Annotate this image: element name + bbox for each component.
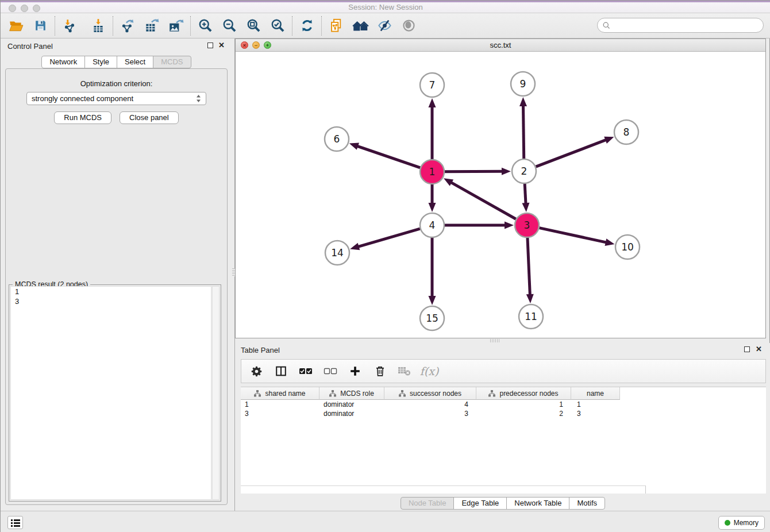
deselect-all-button[interactable]: [324, 364, 337, 378]
new-network-from-selection-button[interactable]: [326, 16, 346, 36]
result-scrollbar[interactable]: [212, 286, 220, 500]
close-panel-button[interactable]: Close panel: [120, 111, 179, 124]
list-icon: [11, 519, 20, 527]
copy-network-icon: [329, 18, 344, 33]
application-window: Session: New Session: [0, 0, 770, 532]
run-mcds-button[interactable]: Run MCDS: [54, 111, 111, 124]
close-panel-icon-button[interactable]: ✕: [218, 41, 225, 49]
table-horizontal-scrollbar[interactable]: [241, 485, 646, 494]
tab-network[interactable]: Network: [41, 56, 85, 68]
zoom-out-button[interactable]: [220, 16, 239, 36]
graph-node-label: 11: [525, 311, 537, 322]
table-panel-title: Table Panel: [241, 346, 280, 354]
houses-icon: [352, 18, 369, 33]
tab-motifs[interactable]: Motifs: [569, 497, 605, 510]
graph-node-label: 10: [621, 241, 634, 253]
table-row[interactable]: 1 dominator 4 1 1: [241, 400, 766, 409]
graph-edge-arrowhead: [604, 137, 614, 144]
column-header-successor-nodes[interactable]: successor nodes: [384, 387, 476, 400]
search-input[interactable]: [613, 20, 763, 31]
search-icon: [602, 21, 611, 30]
column-header-name[interactable]: name: [571, 387, 620, 400]
float-panel-button[interactable]: [744, 346, 750, 352]
save-session-button[interactable]: [30, 16, 50, 36]
graph-edge-3-10[interactable]: [539, 228, 606, 242]
memory-label: Memory: [734, 519, 759, 527]
graph-edge-arrowhead: [429, 296, 436, 305]
zoom-fit-icon: [246, 18, 261, 33]
control-panel-title: Control Panel: [7, 42, 53, 51]
graph-edge-arrowhead: [350, 243, 360, 250]
tab-style[interactable]: Style: [84, 56, 117, 68]
graph-edge-2-9[interactable]: [523, 105, 523, 159]
hide-selected-button[interactable]: [375, 16, 394, 36]
graph-node-label: 9: [520, 78, 526, 90]
zoom-fit-button[interactable]: [244, 16, 263, 36]
optimization-criterion-label: Optimization criterion:: [6, 79, 227, 88]
zoom-selected-button[interactable]: [268, 16, 287, 36]
tab-node-table[interactable]: Node Table: [401, 497, 455, 510]
export-network-button[interactable]: [118, 16, 137, 36]
hierarchy-icon: [399, 390, 406, 397]
column-header-shared-name[interactable]: shared name: [241, 387, 319, 400]
graph-edge-1-6[interactable]: [357, 146, 420, 168]
optimization-select[interactable]: strongly connected component: [26, 92, 206, 105]
delete-table-button[interactable]: [398, 364, 411, 378]
cell-shared-name: 3: [241, 409, 319, 418]
import-table-button[interactable]: [88, 16, 108, 36]
table-panel-tabs: Node Table Edge Table Network Table Moti…: [235, 497, 770, 510]
tab-select[interactable]: Select: [117, 56, 153, 68]
cell-name: 3: [571, 409, 620, 418]
delete-column-button[interactable]: [373, 364, 387, 378]
import-network-button[interactable]: [60, 16, 79, 36]
save-icon: [33, 18, 48, 33]
graph-edge-4-14[interactable]: [358, 229, 420, 247]
memory-button[interactable]: Memory: [718, 516, 765, 530]
export-image-button[interactable]: [166, 16, 186, 36]
tab-network-table[interactable]: Network Table: [506, 497, 569, 510]
graph-edge-2-8[interactable]: [536, 140, 607, 167]
float-panel-button[interactable]: [207, 43, 213, 48]
cell-predecessor-nodes: 2: [476, 409, 571, 418]
tab-mcds[interactable]: MCDS: [153, 56, 191, 68]
plus-icon: [349, 365, 361, 377]
graph-edge-1-2[interactable]: [445, 171, 503, 172]
table-row[interactable]: 3 dominator 3 2 3: [241, 409, 766, 418]
graph-edge-2-3[interactable]: [525, 184, 526, 204]
network-canvas[interactable]: 7968124314101511: [236, 52, 765, 338]
show-all-button[interactable]: [399, 16, 418, 36]
toolbar-separator: [321, 16, 322, 36]
export-table-button[interactable]: [142, 16, 161, 36]
graph-edge-arrowhead: [605, 238, 615, 246]
cell-mcds-role: dominator: [319, 400, 384, 409]
horizontal-splitter-grip[interactable]: [490, 339, 499, 342]
trash-icon: [374, 365, 386, 377]
select-all-button[interactable]: [299, 364, 313, 378]
column-header-mcds-role[interactable]: MCDS role: [319, 387, 384, 400]
export-table-icon: [144, 18, 160, 33]
memory-status-icon: [725, 520, 730, 526]
open-file-button[interactable]: [6, 16, 26, 36]
column-visibility-button[interactable]: [274, 364, 288, 378]
mcds-result-textarea[interactable]: 1 3: [10, 286, 211, 500]
graph-edge-3-1[interactable]: [451, 182, 516, 219]
graph-edge-3-11[interactable]: [528, 238, 530, 295]
column-header-predecessor-nodes[interactable]: predecessor nodes: [476, 387, 571, 400]
table-settings-button[interactable]: [249, 364, 263, 378]
add-column-button[interactable]: [348, 364, 362, 378]
zoom-in-button[interactable]: [195, 16, 215, 36]
tab-edge-table[interactable]: Edge Table: [453, 497, 507, 510]
graph-node-label: 4: [429, 219, 436, 231]
refresh-button[interactable]: [297, 16, 317, 36]
table-header-row: shared name MCDS role successor nodes pr…: [241, 387, 766, 400]
function-builder-button[interactable]: f(x): [422, 364, 436, 378]
cell-shared-name: 1: [241, 400, 319, 409]
task-history-button[interactable]: [7, 516, 23, 529]
close-panel-icon-button[interactable]: ✕: [756, 345, 762, 353]
graph-edge-arrowhead: [519, 97, 527, 106]
home-view-button[interactable]: [351, 16, 370, 36]
columns-icon: [275, 365, 287, 377]
toolbar-separator: [190, 16, 191, 36]
toolbar-separator: [292, 16, 292, 36]
export-network-icon: [120, 18, 135, 33]
